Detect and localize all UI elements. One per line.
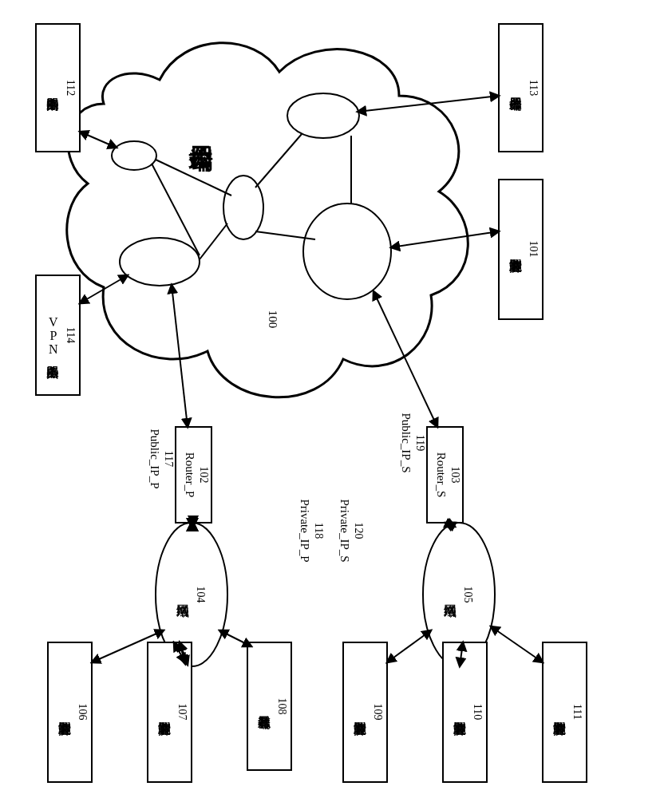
svg-text:113: 113 <box>528 80 540 96</box>
box-public-cloud-server: 公用云端服务器 113 <box>499 24 543 152</box>
svg-text:104: 104 <box>195 587 207 603</box>
cloud-node <box>112 141 156 170</box>
cloud-node <box>287 93 359 138</box>
box-smart-client-106: 智能型装置客户端 106 <box>48 642 92 782</box>
cloud-node <box>120 238 200 286</box>
label-private-ip-s: Private_IP_S <box>338 499 351 562</box>
svg-text:102: 102 <box>198 467 210 484</box>
box-smart-client-111: 智能型装置客户端 111 <box>543 642 587 782</box>
svg-line-114 <box>491 626 543 662</box>
box-smart-client-109: 智能型装置客户端 109 <box>343 642 387 782</box>
svg-line-106 <box>387 630 431 662</box>
svg-text:110: 110 <box>472 704 484 720</box>
box-smart-client-110: 智能型装置客户端 110 <box>443 642 487 782</box>
svg-text:106: 106 <box>77 704 89 721</box>
cloud-id: 100 <box>267 310 279 329</box>
svg-line-102 <box>219 630 251 646</box>
svg-text:108: 108 <box>276 698 288 715</box>
svg-text:Router_S: Router_S <box>435 452 448 498</box>
svg-text:117: 117 <box>163 451 175 467</box>
svg-text:101: 101 <box>528 241 540 258</box>
svg-text:118: 118 <box>313 523 325 539</box>
svg-text:103: 103 <box>449 467 461 484</box>
svg-text:105: 105 <box>462 587 474 603</box>
label-public-ip-s: Public_IP_S <box>400 413 413 472</box>
box-smart-client-101: 智能型装置客户端 101 <box>499 180 543 319</box>
network-diagram: 公用云端 100 中间路由服务器 112 公用云端服务器 113 智能型装置客户… <box>0 0 672 798</box>
svg-text:Router_P: Router_P <box>184 452 196 498</box>
svg-text:119: 119 <box>414 435 426 451</box>
box-router-p: Router_P 102 <box>176 427 211 523</box>
box-private-cloud-server: 私有云端服务器 108 <box>247 642 291 770</box>
public-cloud <box>67 43 468 397</box>
box-intermediate-routing-server: 中间路由服务器 112 <box>36 24 80 152</box>
label-private-ip-p: Private_IP_P <box>298 499 311 562</box>
cloud-node <box>303 203 391 299</box>
svg-text:109: 109 <box>372 704 384 721</box>
svg-text:120: 120 <box>353 523 365 539</box>
svg-text:114: 114 <box>65 327 77 343</box>
svg-text:111: 111 <box>571 704 583 720</box>
label-public-ip-p: Public_IP_P <box>148 429 161 488</box>
box-vpn-routing-server: VPN路由服务器 114 <box>36 275 80 395</box>
box-router-s: Router_S 103 <box>427 427 463 523</box>
svg-text:107: 107 <box>176 704 188 721</box>
svg-text:112: 112 <box>65 80 77 96</box>
